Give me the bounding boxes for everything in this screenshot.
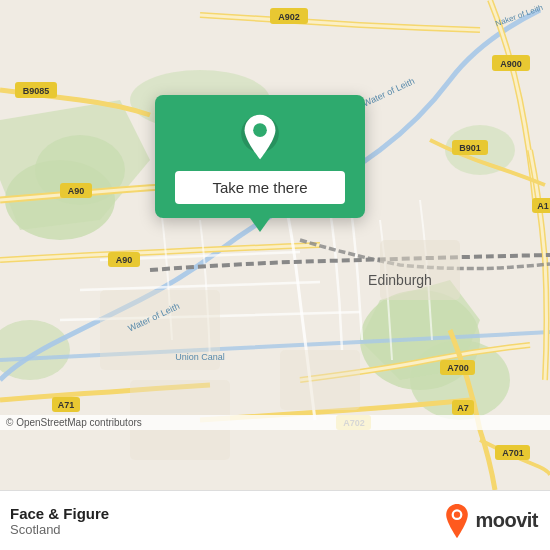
take-me-there-button[interactable]: Take me there [175, 171, 345, 204]
svg-text:Union Canal: Union Canal [175, 352, 225, 362]
location-name: Face & Figure [10, 505, 109, 522]
location-pin-icon [236, 113, 284, 161]
svg-text:Edinburgh: Edinburgh [368, 272, 432, 288]
copyright-text: © OpenStreetMap contributors [0, 415, 550, 430]
svg-text:A90: A90 [116, 255, 133, 265]
moovit-logo: moovit [443, 503, 538, 539]
svg-text:A902: A902 [278, 12, 300, 22]
moovit-brand-text: moovit [475, 509, 538, 532]
map-container: A902 A900 B9085 A90 A90 B901 A1 A700 A70… [0, 0, 550, 490]
bottom-bar: Face & Figure Scotland moovit [0, 490, 550, 550]
svg-text:A700: A700 [447, 363, 469, 373]
location-popup: Take me there [155, 95, 365, 218]
location-region: Scotland [10, 522, 109, 537]
svg-rect-13 [280, 350, 360, 410]
moovit-pin-icon [443, 503, 471, 539]
svg-point-46 [454, 511, 460, 517]
svg-text:A701: A701 [502, 448, 524, 458]
svg-text:A1: A1 [537, 201, 549, 211]
svg-text:B9085: B9085 [23, 86, 50, 96]
svg-text:A90: A90 [68, 186, 85, 196]
location-info: Face & Figure Scotland [10, 505, 109, 537]
svg-rect-10 [380, 240, 460, 300]
svg-text:B901: B901 [459, 143, 481, 153]
svg-point-44 [253, 123, 267, 137]
svg-text:A7: A7 [457, 403, 469, 413]
svg-text:A900: A900 [500, 59, 522, 69]
svg-text:A71: A71 [58, 400, 75, 410]
